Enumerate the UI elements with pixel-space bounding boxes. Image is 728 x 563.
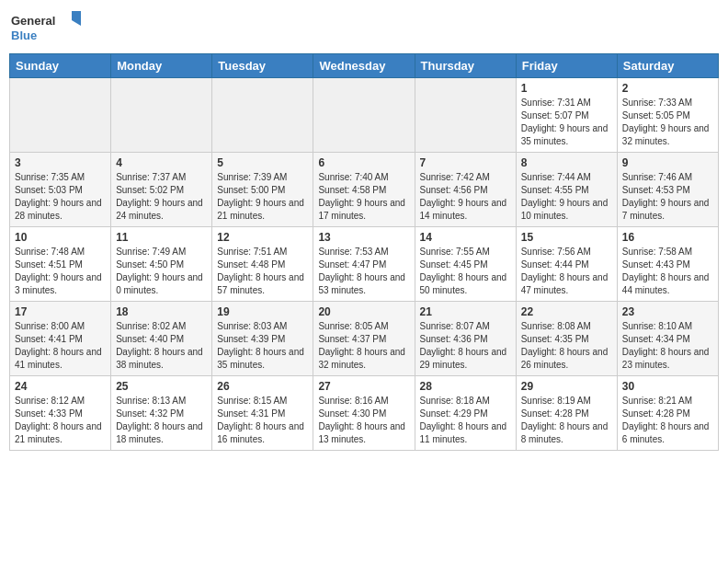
day-number: 30	[622, 380, 713, 393]
calendar-cell: 15Sunrise: 7:56 AM Sunset: 4:44 PM Dayli…	[516, 227, 617, 302]
day-info: Sunrise: 8:03 AM Sunset: 4:39 PM Dayligh…	[217, 320, 308, 372]
week-row-5: 24Sunrise: 8:12 AM Sunset: 4:33 PM Dayli…	[10, 376, 719, 451]
calendar-cell: 17Sunrise: 8:00 AM Sunset: 4:41 PM Dayli…	[10, 302, 111, 376]
calendar-cell: 8Sunrise: 7:44 AM Sunset: 4:55 PM Daylig…	[516, 153, 617, 227]
day-info: Sunrise: 7:37 AM Sunset: 5:02 PM Dayligh…	[116, 171, 207, 223]
day-info: Sunrise: 8:16 AM Sunset: 4:30 PM Dayligh…	[318, 395, 409, 446]
day-info: Sunrise: 7:46 AM Sunset: 4:53 PM Dayligh…	[622, 171, 713, 223]
calendar-cell: 13Sunrise: 7:53 AM Sunset: 4:47 PM Dayli…	[313, 227, 415, 302]
day-info: Sunrise: 8:10 AM Sunset: 4:34 PM Dayligh…	[622, 320, 713, 372]
svg-text:General: General	[11, 14, 55, 28]
day-info: Sunrise: 7:42 AM Sunset: 4:56 PM Dayligh…	[420, 171, 511, 223]
header-saturday: Saturday	[617, 54, 718, 78]
day-info: Sunrise: 8:05 AM Sunset: 4:37 PM Dayligh…	[318, 320, 409, 372]
day-number: 18	[116, 305, 207, 318]
day-number: 21	[420, 305, 511, 318]
week-row-4: 17Sunrise: 8:00 AM Sunset: 4:41 PM Dayli…	[10, 302, 719, 376]
calendar-cell: 20Sunrise: 8:05 AM Sunset: 4:37 PM Dayli…	[313, 302, 415, 376]
calendar-cell: 18Sunrise: 8:02 AM Sunset: 4:40 PM Dayli…	[111, 302, 212, 376]
header-row: SundayMondayTuesdayWednesdayThursdayFrid…	[10, 54, 719, 78]
day-number: 19	[217, 305, 308, 318]
day-number: 6	[318, 156, 409, 169]
calendar-cell: 10Sunrise: 7:48 AM Sunset: 4:51 PM Dayli…	[10, 227, 111, 302]
calendar-cell: 4Sunrise: 7:37 AM Sunset: 5:02 PM Daylig…	[111, 153, 212, 227]
svg-text:Blue: Blue	[11, 29, 37, 42]
day-number: 2	[622, 82, 713, 95]
day-number: 9	[622, 156, 713, 169]
calendar-cell: 5Sunrise: 7:39 AM Sunset: 5:00 PM Daylig…	[212, 153, 313, 227]
day-number: 3	[15, 156, 106, 169]
calendar-cell: 1Sunrise: 7:31 AM Sunset: 5:07 PM Daylig…	[516, 78, 617, 153]
calendar-cell: 26Sunrise: 8:15 AM Sunset: 4:31 PM Dayli…	[212, 376, 313, 451]
day-number: 4	[116, 156, 207, 169]
day-info: Sunrise: 8:08 AM Sunset: 4:35 PM Dayligh…	[521, 320, 612, 372]
calendar-cell: 24Sunrise: 8:12 AM Sunset: 4:33 PM Dayli…	[10, 376, 111, 451]
day-number: 12	[217, 231, 308, 244]
day-info: Sunrise: 7:55 AM Sunset: 4:45 PM Dayligh…	[420, 246, 511, 297]
day-number: 7	[420, 156, 511, 169]
day-info: Sunrise: 8:12 AM Sunset: 4:33 PM Dayligh…	[15, 395, 106, 446]
calendar-cell: 16Sunrise: 7:58 AM Sunset: 4:43 PM Dayli…	[617, 227, 718, 302]
logo-svg: General Blue	[9, 9, 83, 46]
logo: General Blue	[9, 9, 83, 46]
day-number: 27	[318, 380, 409, 393]
header-tuesday: Tuesday	[212, 54, 313, 78]
day-info: Sunrise: 7:48 AM Sunset: 4:51 PM Dayligh…	[15, 246, 106, 297]
day-number: 14	[420, 231, 511, 244]
day-info: Sunrise: 8:13 AM Sunset: 4:32 PM Dayligh…	[116, 395, 207, 446]
day-number: 15	[521, 231, 612, 244]
calendar-cell: 2Sunrise: 7:33 AM Sunset: 5:05 PM Daylig…	[617, 78, 718, 153]
day-info: Sunrise: 8:21 AM Sunset: 4:28 PM Dayligh…	[622, 395, 713, 446]
calendar-cell: 19Sunrise: 8:03 AM Sunset: 4:39 PM Dayli…	[212, 302, 313, 376]
calendar-cell: 22Sunrise: 8:08 AM Sunset: 4:35 PM Dayli…	[516, 302, 617, 376]
calendar-cell	[212, 78, 313, 153]
week-row-3: 10Sunrise: 7:48 AM Sunset: 4:51 PM Dayli…	[10, 227, 719, 302]
calendar-cell: 25Sunrise: 8:13 AM Sunset: 4:32 PM Dayli…	[111, 376, 212, 451]
day-info: Sunrise: 7:35 AM Sunset: 5:03 PM Dayligh…	[15, 171, 106, 223]
day-info: Sunrise: 8:19 AM Sunset: 4:28 PM Dayligh…	[521, 395, 612, 446]
header-thursday: Thursday	[415, 54, 516, 78]
day-info: Sunrise: 7:58 AM Sunset: 4:43 PM Dayligh…	[622, 246, 713, 297]
day-info: Sunrise: 7:53 AM Sunset: 4:47 PM Dayligh…	[318, 246, 409, 297]
calendar-cell	[313, 78, 415, 153]
header-monday: Monday	[111, 54, 212, 78]
day-number: 24	[15, 380, 106, 393]
calendar-cell	[415, 78, 516, 153]
day-number: 25	[116, 380, 207, 393]
week-row-2: 3Sunrise: 7:35 AM Sunset: 5:03 PM Daylig…	[10, 153, 719, 227]
day-number: 17	[15, 305, 106, 318]
calendar-cell: 27Sunrise: 8:16 AM Sunset: 4:30 PM Dayli…	[313, 376, 415, 451]
calendar-cell: 3Sunrise: 7:35 AM Sunset: 5:03 PM Daylig…	[10, 153, 111, 227]
day-info: Sunrise: 7:33 AM Sunset: 5:05 PM Dayligh…	[622, 97, 713, 148]
day-number: 16	[622, 231, 713, 244]
day-number: 23	[622, 305, 713, 318]
day-number: 22	[521, 305, 612, 318]
day-info: Sunrise: 8:15 AM Sunset: 4:31 PM Dayligh…	[217, 395, 308, 446]
day-number: 28	[420, 380, 511, 393]
day-info: Sunrise: 7:40 AM Sunset: 4:58 PM Dayligh…	[318, 171, 409, 223]
day-info: Sunrise: 7:49 AM Sunset: 4:50 PM Dayligh…	[116, 246, 207, 297]
day-info: Sunrise: 8:18 AM Sunset: 4:29 PM Dayligh…	[420, 395, 511, 446]
svg-marker-2	[72, 11, 81, 26]
header-wednesday: Wednesday	[313, 54, 415, 78]
day-number: 11	[116, 231, 207, 244]
calendar-cell	[10, 78, 111, 153]
calendar-cell: 9Sunrise: 7:46 AM Sunset: 4:53 PM Daylig…	[617, 153, 718, 227]
calendar-cell: 28Sunrise: 8:18 AM Sunset: 4:29 PM Dayli…	[415, 376, 516, 451]
calendar-cell: 11Sunrise: 7:49 AM Sunset: 4:50 PM Dayli…	[111, 227, 212, 302]
day-number: 20	[318, 305, 409, 318]
day-number: 29	[521, 380, 612, 393]
header-friday: Friday	[516, 54, 617, 78]
day-number: 26	[217, 380, 308, 393]
day-number: 8	[521, 156, 612, 169]
day-number: 10	[15, 231, 106, 244]
calendar-cell: 21Sunrise: 8:07 AM Sunset: 4:36 PM Dayli…	[415, 302, 516, 376]
calendar-cell: 29Sunrise: 8:19 AM Sunset: 4:28 PM Dayli…	[516, 376, 617, 451]
calendar-cell: 6Sunrise: 7:40 AM Sunset: 4:58 PM Daylig…	[313, 153, 415, 227]
day-info: Sunrise: 8:02 AM Sunset: 4:40 PM Dayligh…	[116, 320, 207, 372]
calendar-cell: 7Sunrise: 7:42 AM Sunset: 4:56 PM Daylig…	[415, 153, 516, 227]
day-info: Sunrise: 8:00 AM Sunset: 4:41 PM Dayligh…	[15, 320, 106, 372]
calendar-cell	[111, 78, 212, 153]
day-info: Sunrise: 7:31 AM Sunset: 5:07 PM Dayligh…	[521, 97, 612, 148]
calendar-cell: 12Sunrise: 7:51 AM Sunset: 4:48 PM Dayli…	[212, 227, 313, 302]
